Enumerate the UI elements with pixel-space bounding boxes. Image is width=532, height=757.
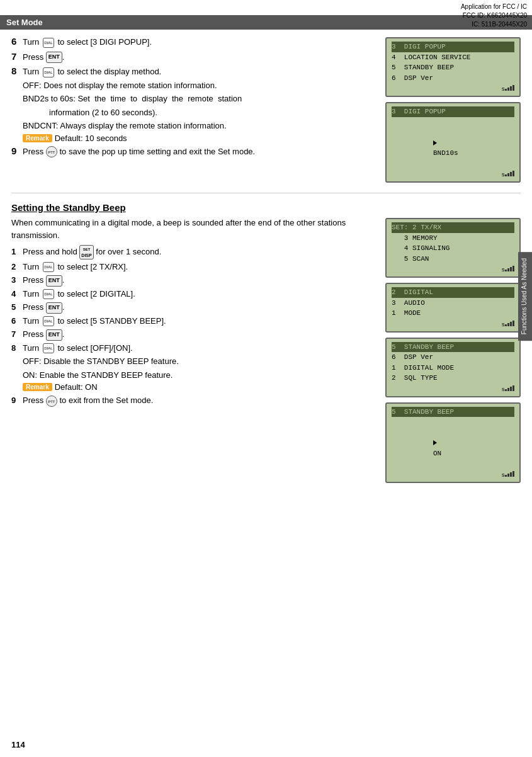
- s2-step-8-content: Turn DIAL to select [OFF]/[ON].: [23, 342, 379, 355]
- lcd3-line3: 4 SIGNALING: [392, 243, 514, 254]
- step-8: 8 Turn DIAL to select the display method…: [11, 65, 379, 78]
- remark-2-text: Default: ON: [55, 382, 98, 392]
- step-8-num: 8: [11, 65, 23, 76]
- dial-icon-6: DIAL: [43, 38, 54, 48]
- s2-step-9: 9 Press PTT to exit from the Set mode.: [11, 394, 379, 407]
- s2-step-2: 2 Turn DIAL to select [2 TX/RX].: [11, 261, 379, 273]
- remark-1-text: Default: 10 seconds: [55, 134, 127, 143]
- s2-step-3-num: 3: [11, 275, 23, 285]
- ent-btn-s2-3: ENT: [46, 275, 62, 287]
- section2-intro: When communicating in a digital mode, a …: [11, 217, 379, 241]
- dial-icon-8: DIAL: [43, 67, 54, 77]
- s2-step-4: 4 Turn DIAL to select [2 DIGITAL].: [11, 288, 379, 300]
- section2-row: When communicating in a digital mode, a …: [11, 217, 521, 488]
- lcd1-line4: 6 DSP Ver: [392, 73, 514, 84]
- s2-step-1: 1 Press and hold SETDISP for over 1 seco…: [11, 245, 379, 259]
- sub-bnd2s-cont: information (2 to 60 seconds).: [49, 106, 379, 119]
- s2-step-6-content: Turn DIAL to select [5 STANDBY BEEP].: [23, 315, 379, 327]
- header-bar: Set Mode: [0, 15, 532, 30]
- lcd2-line1: 3 DIGI POPUP: [392, 106, 514, 117]
- lcd-screen-3: SET: 2 TX/RX 3 MEMORY 4 SIGNALING 5 SCAN…: [385, 218, 521, 278]
- s2-step-9-content: Press PTT to exit from the Set mode.: [23, 394, 379, 407]
- dial-icon-s2-4: DIAL: [43, 289, 54, 299]
- s2-sub-on: ON: Enable the STANDBY BEEP feature.: [23, 369, 379, 382]
- lcd-screen-5: 5 STANDBY BEEP 6 DSP Ver 1 DIGITAL MODE …: [385, 338, 521, 397]
- s2-step-3: 3 Press ENT.: [11, 274, 379, 287]
- step-6-content: Turn DIAL to select [3 DIGI POPUP].: [23, 36, 379, 48]
- signal-bars-6: [505, 470, 514, 477]
- header-title: Set Mode: [6, 18, 43, 27]
- lcd-screen-4: 2 DIGITAL 3 AUDIO 1 MODE s: [385, 283, 521, 333]
- lcd1-line2: 4 LOCATION SERVICE: [392, 52, 514, 63]
- lcd3-signal: s: [392, 265, 514, 273]
- sub-bndcnt: BNDCNT: Always display the remote statio…: [23, 120, 379, 132]
- step-7-content: Press ENT.: [23, 51, 379, 64]
- signal-bars-1: [505, 84, 514, 91]
- lcd-screen-1: 3 DIGI POPUP 4 LOCATION SERVICE 5 STANDB…: [385, 37, 521, 97]
- ent-btn-s2-5: ENT: [46, 302, 62, 314]
- side-tab: Functions Used As Needed: [518, 252, 532, 341]
- remark-badge-1: Remark: [23, 134, 52, 142]
- dial-icon-s2-6: DIAL: [43, 316, 54, 326]
- step-9-num: 9: [11, 145, 23, 156]
- lcd3-line1: SET: 2 TX/RX: [392, 222, 514, 233]
- lcd4-line1: 2 DIGITAL: [392, 287, 514, 298]
- s2-step-4-num: 4: [11, 289, 23, 299]
- ptt-btn-s2-9: PTT: [46, 396, 57, 407]
- signal-bars-3: [505, 265, 514, 271]
- section-divider: [11, 193, 521, 193]
- lcd3-line4: 5 SCAN: [392, 254, 514, 265]
- page-number: 114: [11, 740, 25, 749]
- section2-heading: Setting the Standby Beep: [11, 202, 521, 213]
- remark-2: Remark Default: ON: [23, 382, 379, 392]
- lcd1-line1: 3 DIGI POPUP: [392, 42, 514, 52]
- step-7: 7 Press ENT.: [11, 51, 379, 64]
- signal-bars-2: [505, 170, 514, 176]
- s2-step-9-num: 9: [11, 396, 23, 405]
- lcd5-line2: 6 DSP Ver: [392, 352, 514, 363]
- s2-step-8: 8 Turn DIAL to select [OFF]/[ON].: [11, 342, 379, 355]
- main-content: 6 Turn DIAL to select [3 DIGI POPUP]. 7 …: [0, 30, 532, 494]
- lcd6-line1: 5 STANDBY BEEP: [392, 407, 514, 418]
- lcd5-line4: 2 SQL TYPE: [392, 373, 514, 384]
- ptt-btn-9: PTT: [46, 146, 57, 157]
- dial-icon-s2-2: DIAL: [43, 262, 54, 272]
- s2-step-5-content: Press ENT.: [23, 301, 379, 314]
- s2-step-7: 7 Press ENT.: [11, 328, 379, 341]
- lcd6-line3: ON: [392, 428, 514, 469]
- lcd4-line3: 1 MODE: [392, 308, 514, 319]
- s2-step-1-content: Press and hold SETDISP for over 1 second…: [23, 245, 379, 259]
- lcd5-line1: 5 STANDBY BEEP: [392, 342, 514, 353]
- lcd-screen-2: 3 DIGI POPUP BND10s s: [385, 102, 521, 183]
- s2-step-1-num: 1: [11, 247, 23, 256]
- s2-step-2-content: Turn DIAL to select [2 TX/RX].: [23, 261, 379, 273]
- s2-step-7-content: Press ENT.: [23, 328, 379, 341]
- signal-bars-5: [505, 385, 514, 391]
- step-8-content: Turn DIAL to select the display method.: [23, 65, 379, 78]
- lcd2-blank: [392, 117, 514, 128]
- lcd2-signal: s: [392, 170, 514, 178]
- lcd5-signal: s: [392, 385, 514, 393]
- sub-bnd2s: BND2s to 60s: Set the time to display th…: [23, 93, 379, 105]
- lcd1-line3: 5 STANDBY BEEP: [392, 62, 514, 73]
- remark-1: Remark Default: 10 seconds: [23, 134, 379, 143]
- lcd5-line3: 1 DIGITAL MODE: [392, 363, 514, 373]
- s2-step-3-content: Press ENT.: [23, 274, 379, 287]
- s2-sub-off: OFF: Disable the STANDBY BEEP feature.: [23, 355, 379, 368]
- step-9-content: Press PTT to save the pop up time settin…: [23, 145, 379, 158]
- section1-right: 3 DIGI POPUP 4 LOCATION SERVICE 5 STANDB…: [385, 36, 521, 188]
- lcd1-signal: s: [392, 84, 514, 93]
- s2-step-5-num: 5: [11, 302, 23, 312]
- lcd2-line3: BND10s: [392, 127, 514, 169]
- sub-off: OFF: Does not display the remote station…: [23, 79, 379, 92]
- corner-text: Application for FCC / IC FCC ID: K662044…: [461, 3, 527, 29]
- lcd3-line2: 3 MEMORY: [392, 233, 514, 244]
- step-6: 6 Turn DIAL to select [3 DIGI POPUP].: [11, 36, 379, 48]
- section2-left: When communicating in a digital mode, a …: [11, 217, 379, 488]
- section1-row: 6 Turn DIAL to select [3 DIGI POPUP]. 7 …: [11, 36, 521, 188]
- lcd4-line2: 3 AUDIO: [392, 298, 514, 309]
- lcd6-blank: [392, 417, 514, 428]
- lcd6-signal: s: [392, 470, 514, 479]
- s2-step-6: 6 Turn DIAL to select [5 STANDBY BEEP].: [11, 315, 379, 327]
- setdisp-btn-1: SETDISP: [79, 245, 93, 259]
